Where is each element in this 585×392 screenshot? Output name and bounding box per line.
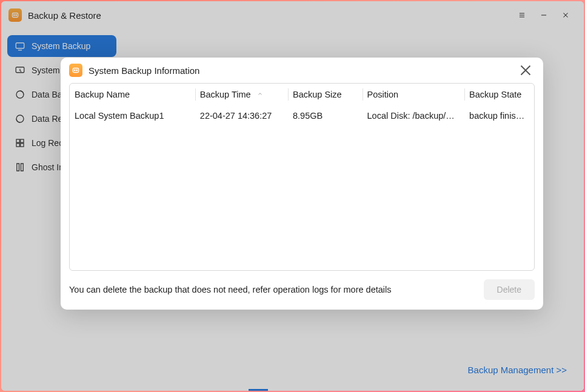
col-backup-time[interactable]: Backup Time xyxy=(195,84,288,105)
col-backup-name[interactable]: Backup Name xyxy=(70,84,195,105)
cell-backup-name: Local System Backup1 xyxy=(70,105,195,126)
sort-ascending-icon xyxy=(257,89,263,99)
delete-button[interactable]: Delete xyxy=(484,279,535,300)
col-backup-size[interactable]: Backup Size xyxy=(288,84,363,105)
dialog-header: System Backup Information xyxy=(61,58,543,83)
col-position[interactable]: Position xyxy=(363,84,465,105)
dialog-title: System Backup Information xyxy=(89,65,199,76)
dialog-app-icon xyxy=(69,64,82,77)
dialog-footer: You can delete the backup that does not … xyxy=(61,271,543,310)
table-row[interactable]: Local System Backup1 22-04-27 14:36:27 8… xyxy=(70,105,534,126)
col-backup-state[interactable]: Backup State xyxy=(464,84,534,105)
cell-backup-time: 22-04-27 14:36:27 xyxy=(195,105,288,126)
backup-table: Backup Name Backup Time Backup Size Posi… xyxy=(69,83,535,271)
cell-position: Local Disk: /backup/… xyxy=(363,105,465,126)
footer-note: You can delete the backup that does not … xyxy=(69,285,392,294)
svg-point-19 xyxy=(76,70,78,71)
main-window: Backup & Restore System Backup xyxy=(1,1,584,391)
system-backup-info-dialog: System Backup Information xyxy=(61,58,543,310)
svg-point-18 xyxy=(74,70,75,71)
svg-rect-17 xyxy=(73,68,78,73)
cell-backup-size: 8.95GB xyxy=(288,105,363,126)
dialog-close-button[interactable] xyxy=(516,61,535,79)
cell-backup-state: backup finished xyxy=(464,105,534,126)
table-header-row: Backup Name Backup Time Backup Size Posi… xyxy=(70,84,534,105)
